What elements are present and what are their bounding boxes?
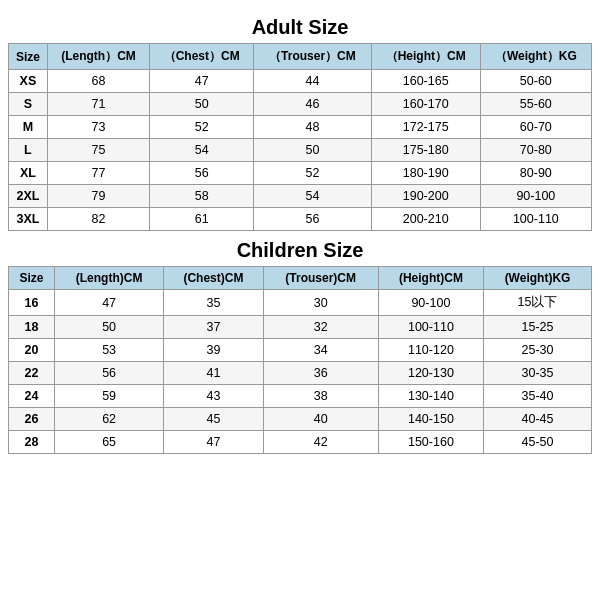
- table-cell: 25-30: [484, 339, 592, 362]
- table-cell: 47: [164, 431, 263, 454]
- table-cell: 54: [254, 185, 371, 208]
- table-cell: 54: [150, 139, 254, 162]
- size-label: 18: [9, 316, 55, 339]
- table-cell: 175-180: [371, 139, 480, 162]
- table-row: XS684744160-16550-60: [9, 70, 592, 93]
- adult-col-header: （Chest）CM: [150, 44, 254, 70]
- table-cell: 90-100: [378, 290, 483, 316]
- table-cell: 100-110: [378, 316, 483, 339]
- table-cell: 42: [263, 431, 378, 454]
- table-cell: 180-190: [371, 162, 480, 185]
- table-row: 18503732100-11015-25: [9, 316, 592, 339]
- table-row: 2XL795854190-20090-100: [9, 185, 592, 208]
- size-label: 3XL: [9, 208, 48, 231]
- size-label: 28: [9, 431, 55, 454]
- table-cell: 46: [254, 93, 371, 116]
- table-cell: 77: [47, 162, 149, 185]
- table-cell: 70-80: [480, 139, 591, 162]
- table-cell: 75: [47, 139, 149, 162]
- table-cell: 50: [54, 316, 163, 339]
- size-label: S: [9, 93, 48, 116]
- adult-col-header: (Length）CM: [47, 44, 149, 70]
- table-row: 26624540140-15040-45: [9, 408, 592, 431]
- table-cell: 68: [47, 70, 149, 93]
- children-size-title: Children Size: [8, 233, 592, 266]
- table-cell: 71: [47, 93, 149, 116]
- children-col-header: (Length)CM: [54, 267, 163, 290]
- table-cell: 15-25: [484, 316, 592, 339]
- table-cell: 45: [164, 408, 263, 431]
- table-cell: 40-45: [484, 408, 592, 431]
- adult-col-header: Size: [9, 44, 48, 70]
- table-cell: 130-140: [378, 385, 483, 408]
- table-cell: 59: [54, 385, 163, 408]
- table-cell: 62: [54, 408, 163, 431]
- table-cell: 41: [164, 362, 263, 385]
- table-row: 3XL826156200-210100-110: [9, 208, 592, 231]
- table-cell: 34: [263, 339, 378, 362]
- size-label: 22: [9, 362, 55, 385]
- table-cell: 47: [54, 290, 163, 316]
- adult-col-header: （Weight）KG: [480, 44, 591, 70]
- table-row: 24594338130-14035-40: [9, 385, 592, 408]
- table-cell: 53: [54, 339, 163, 362]
- table-cell: 39: [164, 339, 263, 362]
- table-cell: 190-200: [371, 185, 480, 208]
- table-cell: 56: [150, 162, 254, 185]
- table-cell: 52: [150, 116, 254, 139]
- table-row: 20533934110-12025-30: [9, 339, 592, 362]
- size-label: XS: [9, 70, 48, 93]
- table-row: S715046160-17055-60: [9, 93, 592, 116]
- size-label: 26: [9, 408, 55, 431]
- table-row: 22564136120-13030-35: [9, 362, 592, 385]
- adult-size-table: Size(Length）CM（Chest）CM（Trouser）CM（Heigh…: [8, 43, 592, 231]
- table-cell: 45-50: [484, 431, 592, 454]
- table-cell: 36: [263, 362, 378, 385]
- table-cell: 160-170: [371, 93, 480, 116]
- table-cell: 50: [254, 139, 371, 162]
- table-cell: 32: [263, 316, 378, 339]
- table-cell: 47: [150, 70, 254, 93]
- size-label: 24: [9, 385, 55, 408]
- table-cell: 40: [263, 408, 378, 431]
- table-cell: 37: [164, 316, 263, 339]
- table-cell: 90-100: [480, 185, 591, 208]
- table-row: L755450175-18070-80: [9, 139, 592, 162]
- table-cell: 38: [263, 385, 378, 408]
- table-cell: 80-90: [480, 162, 591, 185]
- children-col-header: (Height)CM: [378, 267, 483, 290]
- children-col-header: (Weight)KG: [484, 267, 592, 290]
- table-cell: 150-160: [378, 431, 483, 454]
- adult-size-title: Adult Size: [8, 10, 592, 43]
- table-cell: 172-175: [371, 116, 480, 139]
- table-cell: 110-120: [378, 339, 483, 362]
- children-size-table: Size(Length)CM(Chest)CM(Trouser)CM(Heigh…: [8, 266, 592, 454]
- size-label: XL: [9, 162, 48, 185]
- table-cell: 50-60: [480, 70, 591, 93]
- size-label: 2XL: [9, 185, 48, 208]
- table-cell: 15以下: [484, 290, 592, 316]
- table-row: 1647353090-10015以下: [9, 290, 592, 316]
- adult-col-header: （Trouser）CM: [254, 44, 371, 70]
- table-cell: 65: [54, 431, 163, 454]
- size-label: L: [9, 139, 48, 162]
- children-col-header: (Trouser)CM: [263, 267, 378, 290]
- table-cell: 55-60: [480, 93, 591, 116]
- adult-col-header: （Height）CM: [371, 44, 480, 70]
- table-cell: 48: [254, 116, 371, 139]
- table-cell: 82: [47, 208, 149, 231]
- table-cell: 100-110: [480, 208, 591, 231]
- children-col-header: Size: [9, 267, 55, 290]
- table-cell: 120-130: [378, 362, 483, 385]
- table-cell: 44: [254, 70, 371, 93]
- size-label: 16: [9, 290, 55, 316]
- table-cell: 35-40: [484, 385, 592, 408]
- table-row: 28654742150-16045-50: [9, 431, 592, 454]
- table-cell: 73: [47, 116, 149, 139]
- table-cell: 79: [47, 185, 149, 208]
- size-label: M: [9, 116, 48, 139]
- table-cell: 30: [263, 290, 378, 316]
- table-cell: 50: [150, 93, 254, 116]
- table-cell: 60-70: [480, 116, 591, 139]
- table-row: XL775652180-19080-90: [9, 162, 592, 185]
